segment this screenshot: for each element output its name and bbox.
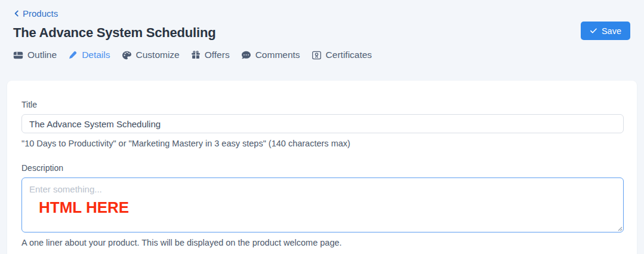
tab-customize[interactable]: Customize <box>122 50 180 60</box>
tab-certificates[interactable]: Certificates <box>312 50 372 60</box>
check-icon <box>590 27 597 34</box>
title-helper-text: "10 Days to Productivity" or "Marketing … <box>21 139 624 148</box>
pencil-icon <box>68 50 78 60</box>
tab-label: Offers <box>205 50 230 60</box>
breadcrumb-label: Products <box>23 8 58 19</box>
title-field-group: Title "10 Days to Productivity" or "Mark… <box>21 100 624 148</box>
tab-details[interactable]: Details <box>68 50 110 60</box>
tab-label: Customize <box>136 50 180 60</box>
tab-offers[interactable]: Offers <box>191 50 230 60</box>
tab-comments[interactable]: Comments <box>241 50 300 60</box>
description-field-group: Description Enter something... HTML HERE… <box>21 163 624 247</box>
description-field-label: Description <box>21 163 624 173</box>
page-title: The Advance System Scheduling <box>13 25 631 41</box>
certificate-icon <box>312 50 322 60</box>
tab-outline[interactable]: Outline <box>13 50 57 60</box>
description-html-content: HTML HERE <box>39 198 616 217</box>
palette-icon <box>122 50 132 60</box>
table-icon <box>13 50 23 60</box>
chevron-left-icon <box>13 10 20 17</box>
description-editor[interactable]: Enter something... HTML HERE <box>21 178 624 232</box>
tab-label: Details <box>82 50 110 60</box>
product-edit-page: Products The Advance System Scheduling O… <box>0 0 644 254</box>
resize-handle-icon[interactable] <box>616 225 623 231</box>
tab-label: Outline <box>27 50 57 60</box>
page-header: Products The Advance System Scheduling O… <box>0 0 644 60</box>
save-button[interactable]: Save <box>581 22 630 40</box>
details-card: Title "10 Days to Productivity" or "Mark… <box>7 81 637 254</box>
tab-label: Comments <box>255 50 300 60</box>
title-input[interactable] <box>21 114 624 133</box>
title-field-label: Title <box>21 100 624 109</box>
comment-dots-icon <box>241 50 251 60</box>
description-helper-text: A one liner about your product. This wil… <box>21 238 624 247</box>
save-button-label: Save <box>602 26 621 36</box>
gift-icon <box>191 50 201 60</box>
description-placeholder: Enter something... <box>29 184 616 194</box>
tab-label: Certificates <box>326 50 372 60</box>
breadcrumb-back-link[interactable]: Products <box>13 8 58 19</box>
tab-bar: Outline Details Customize Offers <box>13 50 631 60</box>
